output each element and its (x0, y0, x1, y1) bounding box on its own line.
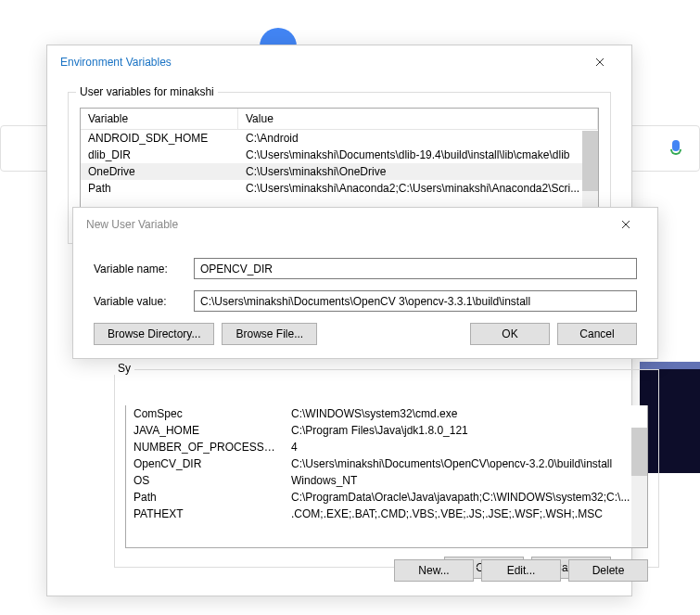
cell-value: C:\Users\minakshi\Documents\OpenCV\openc… (284, 455, 647, 472)
cell-variable: OpenCV_DIR (126, 455, 284, 472)
table-row[interactable]: ComSpecC:\WINDOWS\system32\cmd.exe (126, 405, 647, 422)
env-titlebar: Environment Variables (47, 45, 631, 79)
cell-value: .COM;.EXE;.BAT;.CMD;.VBS;.VBE;.JS;.JSE;.… (284, 506, 647, 522)
system-group-label-truncated: Sy (114, 362, 134, 375)
cell-variable: Path (81, 180, 238, 197)
cell-variable: ANDROID_SDK_HOME (81, 130, 238, 147)
table-row[interactable]: ANDROID_SDK_HOMEC:\Android (81, 130, 598, 147)
variable-name-label: Variable name: (94, 263, 194, 275)
cell-variable: Path (126, 489, 284, 506)
cell-value: C:\WINDOWS\system32\cmd.exe (284, 405, 647, 422)
cell-variable: OneDrive (81, 163, 238, 180)
table-row[interactable]: NUMBER_OF_PROCESSORS4 (126, 439, 647, 455)
cell-variable: ComSpec (126, 405, 284, 422)
col-header-value[interactable]: Value (238, 109, 598, 129)
sys-edit-button[interactable]: Edit... (481, 559, 561, 582)
sys-new-button[interactable]: New... (394, 559, 474, 582)
newvar-title: New User Variable (86, 218, 178, 231)
newvar-ok-button[interactable]: OK (470, 323, 550, 345)
variable-value-input[interactable] (194, 290, 637, 312)
table-row[interactable]: dlib_DIRC:\Users\minakshi\Documents\dlib… (81, 147, 598, 163)
microphone-icon (669, 140, 682, 157)
cell-variable: NUMBER_OF_PROCESSORS (126, 439, 284, 455)
env-close-button[interactable] (581, 48, 618, 76)
newvar-close-button[interactable] (607, 211, 644, 238)
table-row[interactable]: JAVA_HOMEC:\Program Files\Java\jdk1.8.0_… (126, 422, 647, 439)
table-row[interactable]: OpenCV_DIRC:\Users\minakshi\Documents\Op… (126, 455, 647, 472)
cell-value: C:\Android (238, 130, 598, 147)
new-user-variable-dialog: New User Variable Variable name: Variabl… (72, 207, 658, 359)
cell-variable: JAVA_HOME (126, 422, 284, 439)
browse-directory-button[interactable]: Browse Directory... (94, 323, 214, 345)
sys-delete-button[interactable]: Delete (568, 559, 648, 582)
newvar-cancel-button[interactable]: Cancel (557, 323, 637, 345)
cell-value: Windows_NT (284, 472, 647, 489)
table-row[interactable]: PathC:\ProgramData\Oracle\Java\javapath;… (126, 489, 647, 506)
env-title: Environment Variables (60, 56, 172, 69)
variable-name-input[interactable] (194, 258, 637, 279)
list-header: Variable Value (81, 109, 598, 130)
cell-value: C:\Users\minakshi\Documents\dlib-19.4\bu… (238, 147, 598, 163)
cell-value: C:\Users\minakshi\Anaconda2;C:\Users\min… (238, 180, 598, 197)
cell-value: C:\Users\minakshi\OneDrive (238, 163, 598, 180)
variable-value-label: Variable value: (94, 295, 194, 308)
table-row[interactable]: PATHEXT.COM;.EXE;.BAT;.CMD;.VBS;.VBE;.JS… (126, 506, 647, 522)
cell-variable: OS (126, 472, 284, 489)
cell-variable: dlib_DIR (81, 147, 238, 163)
cell-value: C:\Program Files\Java\jdk1.8.0_121 (284, 422, 647, 439)
table-row[interactable]: OneDriveC:\Users\minakshi\OneDrive (81, 163, 598, 180)
browse-file-button[interactable]: Browse File... (222, 323, 317, 345)
table-row[interactable]: OSWindows_NT (126, 472, 647, 489)
cell-variable: PATHEXT (126, 506, 284, 522)
table-row[interactable]: PathC:\Users\minakshi\Anaconda2;C:\Users… (81, 180, 598, 197)
cell-value: 4 (284, 439, 647, 455)
user-group-label: User variables for minakshi (76, 85, 218, 98)
system-variables-list[interactable]: ComSpecC:\WINDOWS\system32\cmd.exeJAVA_H… (125, 405, 648, 548)
scrollbar[interactable] (631, 428, 647, 547)
newvar-titlebar: New User Variable (73, 208, 657, 241)
cell-value: C:\ProgramData\Oracle\Java\javapath;C:\W… (284, 489, 647, 506)
col-header-variable[interactable]: Variable (81, 109, 238, 129)
